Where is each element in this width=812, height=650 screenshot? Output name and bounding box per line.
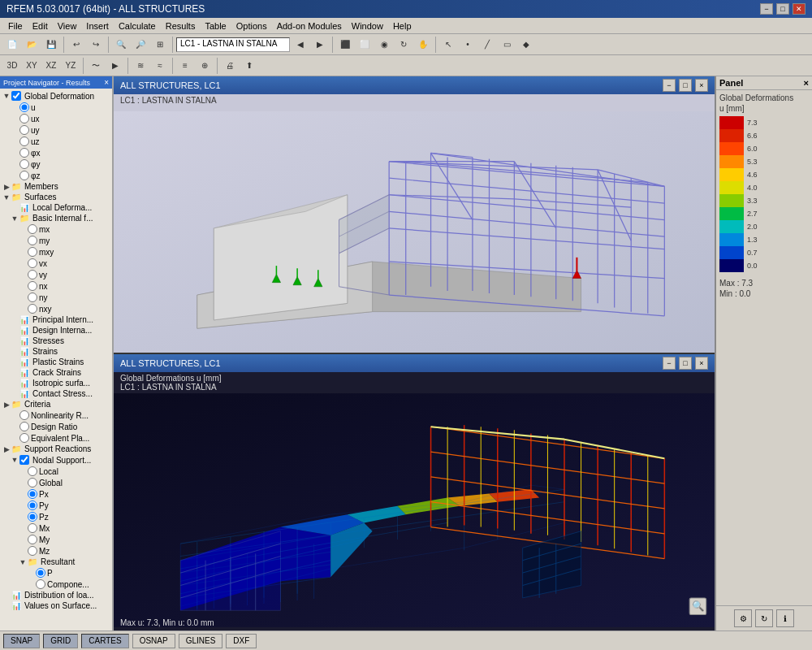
tree-item[interactable]: 📊Design Interna... (0, 325, 112, 336)
wireframe-button[interactable]: ⬜ (356, 36, 374, 54)
vp-top-maximize[interactable]: □ (679, 79, 692, 92)
zoom-in-button[interactable]: 🔍 (112, 36, 130, 54)
tree-toggle-icon[interactable]: ▶ (2, 183, 11, 191)
tree-radio[interactable] (28, 258, 37, 268)
tree-item[interactable]: ▶📁Criteria (0, 399, 112, 410)
tree-toggle-icon[interactable]: ▼ (18, 558, 28, 566)
tree-item[interactable]: Pz (0, 511, 112, 522)
tree-radio[interactable] (19, 114, 29, 124)
close-button[interactable]: ✕ (793, 3, 806, 15)
redo-button[interactable]: ↪ (87, 36, 105, 54)
menu-item-results[interactable]: Results (161, 20, 201, 32)
pan-button[interactable]: ✋ (414, 36, 432, 54)
menu-item-options[interactable]: Options (231, 20, 272, 32)
tree-item[interactable]: Mx (0, 522, 112, 534)
zoom-fit-button[interactable]: ⊞ (151, 36, 169, 54)
title-bar-controls[interactable]: − □ ✕ (760, 3, 806, 15)
viewport-bottom-controls[interactable]: − □ × (663, 357, 708, 370)
tree-item[interactable]: φx (0, 147, 112, 158)
select-button[interactable]: ↖ (439, 36, 457, 54)
tree-item[interactable]: 📊Values on Surface... (0, 600, 112, 611)
menu-item-help[interactable]: Help (388, 20, 417, 32)
tree-radio[interactable] (28, 304, 37, 314)
tree-radio[interactable] (36, 579, 45, 589)
tree-item[interactable]: Py (0, 500, 112, 511)
prev-lc-button[interactable]: ◀ (292, 36, 309, 54)
tree-radio[interactable] (19, 148, 29, 158)
print-button[interactable]: 🖨 (221, 57, 239, 75)
tree-item[interactable]: ▼📁Surfaces (0, 192, 112, 202)
tree-radio[interactable] (19, 433, 29, 443)
menu-item-file[interactable]: File (3, 20, 28, 32)
tree-radio[interactable] (28, 523, 37, 533)
tree-radio[interactable] (19, 171, 29, 180)
tree-radio[interactable] (36, 568, 45, 578)
tree-radio[interactable] (28, 489, 37, 499)
panel-bottom-icons[interactable]: ⚙ ↻ ℹ (716, 605, 812, 630)
statusbar-button-glines[interactable]: GLINES (179, 634, 223, 648)
panel-settings-button[interactable]: ⚙ (734, 609, 752, 627)
tree-item[interactable]: Global (0, 477, 112, 488)
tree-item[interactable]: Equivalent Pla... (0, 432, 112, 444)
menu-item-add-on-modules[interactable]: Add-on Modules (272, 20, 347, 32)
tree-item[interactable]: Design Ratio (0, 421, 112, 432)
tree-radio[interactable] (19, 102, 29, 112)
solid-button[interactable]: ◆ (517, 36, 535, 54)
panel-refresh-button[interactable]: ↻ (755, 609, 773, 627)
tree-item[interactable]: Nonlinearity R... (0, 410, 112, 421)
tree-item[interactable]: uz (0, 136, 112, 147)
viewyz-button[interactable]: YZ (62, 57, 80, 75)
view3d-button[interactable]: 3D (3, 57, 21, 75)
tree-item[interactable]: 📊Strains (0, 346, 112, 357)
tree-item[interactable]: 📊Stresses (0, 336, 112, 346)
tree-radio[interactable] (28, 236, 37, 245)
vp-bottom-close[interactable]: × (695, 357, 708, 370)
tree-item[interactable]: 📊Isotropic surfa... (0, 378, 112, 388)
tree-radio[interactable] (28, 292, 37, 302)
tree-radio[interactable] (28, 466, 37, 476)
tree-radio[interactable] (19, 422, 29, 431)
node-button[interactable]: • (459, 36, 477, 54)
export-button[interactable]: ⬆ (240, 57, 258, 75)
tree-radio[interactable] (28, 270, 37, 280)
tree-item[interactable]: 📊Crack Strains (0, 367, 112, 378)
menu-item-edit[interactable]: Edit (28, 20, 53, 32)
tree-radio[interactable] (28, 512, 37, 522)
menu-item-window[interactable]: Window (347, 20, 388, 32)
tree-item[interactable]: Px (0, 488, 112, 500)
isosurf-button[interactable]: ≋ (132, 57, 149, 75)
tree-item[interactable]: my (0, 235, 112, 246)
tree-item[interactable]: Local (0, 466, 112, 477)
menu-item-table[interactable]: Table (200, 20, 231, 32)
viewport-top-controls[interactable]: − □ × (663, 79, 708, 92)
save-button[interactable]: 💾 (42, 36, 60, 54)
tree-item[interactable]: 📊Plastic Strains (0, 357, 112, 367)
next-lc-button[interactable]: ▶ (311, 36, 329, 54)
tree-radio[interactable] (28, 546, 37, 556)
tree-item[interactable]: Mz (0, 545, 112, 557)
tree-radio[interactable] (28, 281, 37, 291)
statusbar-button-cartes[interactable]: CARTES (81, 634, 128, 648)
tree-item[interactable]: ▶📁Members (0, 181, 112, 192)
tree-item[interactable]: Compone... (0, 578, 112, 590)
panel-info-button[interactable]: ℹ (776, 609, 794, 627)
tree-area[interactable]: ▼Global Deformationuuxuyuzφxφyφz▶📁Member… (0, 89, 112, 630)
tree-item[interactable]: 📊Distribution of loa... (0, 590, 112, 600)
panel-close-button[interactable]: × (804, 78, 809, 88)
extremes-button[interactable]: ⊕ (196, 57, 214, 75)
tree-radio[interactable] (19, 125, 29, 135)
tree-item[interactable]: ▼📁Resultant (0, 557, 112, 567)
minimize-button[interactable]: − (760, 3, 773, 15)
tree-item[interactable]: ▼📁Basic Internal f... (0, 213, 112, 223)
display-button[interactable]: ⬛ (336, 36, 354, 54)
tree-item[interactable]: φz (0, 170, 112, 181)
tree-item[interactable]: nxy (0, 303, 112, 314)
vp-top-minimize[interactable]: − (663, 79, 676, 92)
tree-item[interactable]: vy (0, 269, 112, 280)
tree-checkbox[interactable] (19, 455, 29, 465)
viewxz-button[interactable]: XZ (42, 57, 60, 75)
menu-item-insert[interactable]: Insert (81, 20, 114, 32)
tree-radio[interactable] (28, 224, 37, 234)
tree-radio[interactable] (28, 478, 37, 488)
tree-item[interactable]: 📊Contact Stress... (0, 388, 112, 399)
